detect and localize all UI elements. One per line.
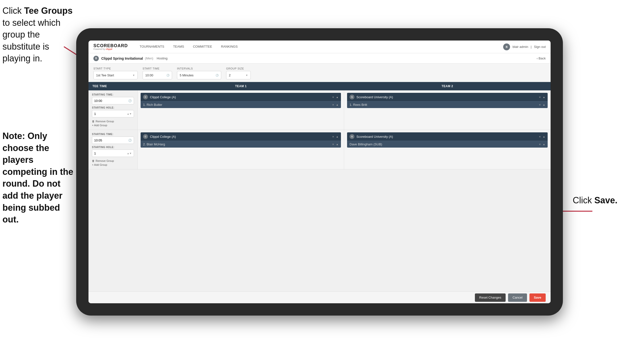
player-remove-icon-2-1-1[interactable]: ×: [332, 142, 334, 146]
team-card-2-2-controls: × ▲: [539, 135, 546, 138]
sub-header: B Clippd Spring Invitational (Men) Hosti…: [88, 53, 550, 64]
time-input-1[interactable]: 10:00 🕐: [92, 97, 134, 104]
hole-chevron-icon-1: ▲▼: [127, 112, 132, 115]
start-time-input[interactable]: 10:00 🕐: [142, 71, 172, 79]
player-name-2-1-1: 2. Blair McHarg: [143, 142, 330, 146]
team-badge-1-1: C: [143, 94, 148, 99]
save-button[interactable]: Save: [530, 294, 546, 302]
team-up-icon-2-1[interactable]: ▲: [336, 135, 338, 138]
remove-group-button-2[interactable]: 🗑 Remove Group: [92, 159, 134, 162]
team-card-1-1-header: C Clippd College (A) × ▲: [140, 93, 341, 101]
footer-bar: Reset Changes Cancel Save: [88, 292, 550, 303]
hole-chevron-icon-2: ▲▼: [127, 152, 132, 155]
group-row-2: STARTING TIME: 10:05 🕐 STARTING HOLE: 1 …: [88, 130, 550, 169]
nav-signout[interactable]: Sign out: [534, 45, 546, 49]
nav-separator: |: [531, 45, 532, 49]
chevron-down-icon: ▼: [132, 74, 135, 77]
nav-avatar: B: [503, 43, 510, 50]
trash-icon-2: 🗑: [92, 159, 95, 162]
starting-time-label-1: STARTING TIME:: [92, 93, 134, 96]
form-row: Start Type 1st Tee Start ▼ Start Time 10…: [94, 67, 546, 79]
team-up-icon-1-2[interactable]: ▲: [543, 96, 545, 98]
intervals-value: 5 Minutes: [180, 73, 194, 77]
nav-committee[interactable]: COMMITTEE: [188, 40, 216, 53]
team-card-2-1-controls: × ▲: [332, 135, 339, 138]
sub-header-title: Clippd Spring Invitational: [101, 56, 143, 60]
player-up-icon-1-2-1[interactable]: ▲: [543, 103, 545, 106]
team-remove-icon-2-2[interactable]: ×: [539, 135, 541, 138]
player-row-1-1-1: 1. Rich Butler × ▲: [140, 101, 341, 108]
hole-value-2: 1: [94, 151, 96, 155]
team-remove-icon-1-1[interactable]: ×: [332, 95, 334, 99]
group-size-input[interactable]: 2 ▼: [226, 71, 251, 79]
team-card-1-2-controls: × ▲: [539, 95, 546, 99]
player-row-2-2-1: Dave Billingham (SUB) × ▲: [347, 141, 548, 148]
player-remove-icon-1-1-1[interactable]: ×: [332, 103, 334, 107]
table-wrapper: Tee Time Team 1 Team 2 STARTING TIME: 10…: [88, 82, 550, 292]
hole-input-2[interactable]: 1 ▲▼: [92, 150, 134, 157]
team-name-1-2: Scoreboard University (A): [356, 95, 537, 99]
team-card-2-1-header: C Clippd College (A) × ▲: [140, 132, 341, 141]
back-button[interactable]: ‹ Back: [536, 56, 546, 60]
player-up-icon-2-1-1[interactable]: ▲: [336, 143, 338, 146]
annotation-save-bold: Save.: [594, 195, 618, 205]
group-1-team2: S Scoreboard University (A) × ▲ 1. Rees …: [344, 90, 550, 130]
team-remove-icon-2-1[interactable]: ×: [332, 135, 334, 138]
team-card-1-2-header: S Scoreboard University (A) × ▲: [347, 93, 548, 101]
hole-input-1[interactable]: 1 ▲▼: [92, 110, 134, 117]
remove-group-label-1: Remove Group: [96, 120, 114, 123]
team-badge-2-1: C: [143, 134, 148, 139]
intervals-label: Intervals: [177, 67, 221, 70]
annotation-note: Note: Only choose the players competing …: [2, 130, 74, 226]
team-card-1-1[interactable]: C Clippd College (A) × ▲ 1. Rich Butler …: [140, 93, 341, 108]
player-remove-icon-1-2-1[interactable]: ×: [539, 103, 541, 107]
team-card-2-1[interactable]: C Clippd College (A) × ▲ 2. Blair McHarg…: [140, 132, 341, 148]
team-up-icon-1-1[interactable]: ▲: [336, 96, 338, 98]
sub-header-badge: B: [94, 56, 99, 61]
group-size-group: Group Size 2 ▼: [226, 67, 251, 79]
group-size-label: Group Size: [226, 67, 251, 70]
player-up-icon-1-1-1[interactable]: ▲: [336, 103, 338, 106]
add-group-label-1: + Add Group: [92, 124, 107, 127]
sub-header-hosting: Hosting: [157, 56, 168, 60]
group-row: STARTING TIME: 10:00 🕐 STARTING HOLE: 1 …: [88, 90, 550, 130]
team-up-icon-2-2[interactable]: ▲: [543, 135, 545, 138]
nav-rankings[interactable]: RANKINGS: [216, 40, 242, 53]
time-input-2[interactable]: 10:05 🕐: [92, 137, 134, 144]
intervals-input[interactable]: 5 Minutes 🕐: [177, 71, 221, 79]
navbar: SCOREBOARD Powered by clippd TOURNAMENTS…: [88, 40, 550, 53]
team-remove-icon-1-2[interactable]: ×: [539, 95, 541, 99]
th-tee-time: Tee Time: [88, 82, 138, 90]
nav-username: blair admin: [512, 45, 528, 49]
nav-teams[interactable]: TEAMS: [168, 40, 188, 53]
team-name-1-1: Clippd College (A): [150, 95, 330, 99]
group-size-chevron-icon: ▼: [246, 74, 248, 77]
time-value-1: 10:00: [94, 99, 102, 103]
intervals-clock-icon: 🕐: [216, 74, 218, 77]
team-card-1-2[interactable]: S Scoreboard University (A) × ▲ 1. Rees …: [347, 93, 548, 108]
clock-icon: 🕐: [166, 74, 169, 77]
sub-header-subtitle: (Men): [145, 56, 154, 60]
remove-group-button-1[interactable]: 🗑 Remove Group: [92, 120, 134, 123]
player-up-icon-2-2-1[interactable]: ▲: [543, 143, 545, 146]
starting-hole-label-2: STARTING HOLE:: [92, 146, 134, 149]
start-type-input[interactable]: 1st Tee Start ▼: [94, 71, 138, 79]
add-group-button-2[interactable]: + Add Group: [92, 163, 134, 166]
group-1-team1: C Clippd College (A) × ▲ 1. Rich Butler …: [138, 90, 344, 130]
starting-hole-label-1: STARTING HOLE:: [92, 106, 134, 109]
add-group-button-1[interactable]: + Add Group: [92, 124, 134, 127]
start-time-label: Start Time: [142, 67, 172, 70]
cancel-button[interactable]: Cancel: [508, 294, 527, 302]
reset-changes-button[interactable]: Reset Changes: [475, 294, 506, 302]
team-card-2-2[interactable]: S Scoreboard University (A) × ▲ Dave Bil…: [347, 132, 548, 148]
trash-icon-1: 🗑: [92, 120, 95, 123]
nav-tournaments[interactable]: TOURNAMENTS: [135, 40, 168, 53]
th-team1: Team 1: [138, 82, 344, 90]
team-badge-1-2: S: [350, 94, 354, 99]
groups-container: STARTING TIME: 10:00 🕐 STARTING HOLE: 1 …: [88, 90, 550, 169]
time-clock-icon-2: 🕐: [128, 139, 132, 142]
annotation-tee-groups-bold: Tee Groups: [24, 6, 72, 16]
player-remove-icon-2-2-1[interactable]: ×: [539, 142, 541, 146]
group-2-team1: C Clippd College (A) × ▲ 2. Blair McHarg…: [138, 130, 344, 169]
th-team2: Team 2: [344, 82, 550, 90]
